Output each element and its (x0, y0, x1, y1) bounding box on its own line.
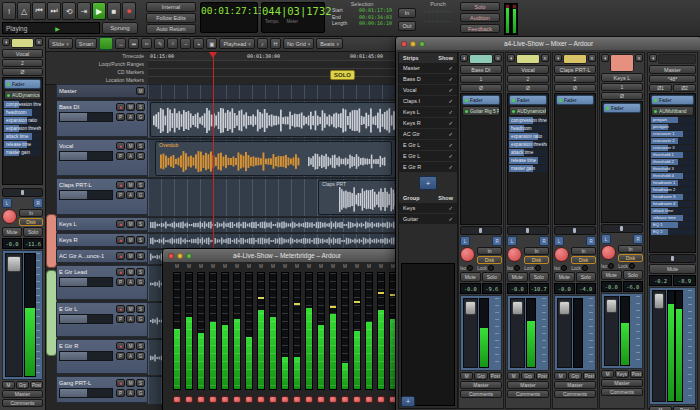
strip-color-chip[interactable] (516, 54, 540, 64)
strip-sub-button[interactable]: *48* (649, 75, 696, 83)
track-header[interactable]: Claps PRT-L M S P A G (56, 178, 148, 215)
input-left-button[interactable]: L (2, 198, 12, 208)
strip-color-chip[interactable] (610, 54, 634, 72)
record-enable-button[interactable] (257, 396, 265, 403)
transport-button[interactable]: ! (2, 2, 16, 20)
metering-point-button[interactable]: M (601, 370, 614, 378)
mute-button[interactable]: Mute (649, 264, 696, 274)
monitor-input-button[interactable]: In (477, 247, 502, 255)
smart-mode-toggle[interactable]: Smart (75, 38, 98, 49)
track-name[interactable]: Master (59, 88, 135, 94)
gain-fader[interactable] (510, 298, 525, 368)
track-solo-button[interactable]: S (136, 142, 145, 150)
peak-display[interactable]: -4.0 (576, 283, 597, 294)
strip-color-chip[interactable] (469, 54, 493, 64)
input-left-button[interactable]: L (554, 236, 564, 246)
plugin-param-control[interactable]: compression threshold (509, 117, 547, 124)
gain-fader[interactable] (5, 253, 23, 377)
ruler-row-label[interactable]: CD Markers (46, 68, 148, 76)
solo-iso-label[interactable]: Iso (601, 264, 607, 269)
track-mute-button[interactable]: M (126, 379, 135, 387)
gain-display[interactable]: -0.0 (2, 238, 22, 249)
track-record-button[interactable] (116, 305, 125, 313)
solo-iso-label[interactable]: Iso (554, 266, 560, 271)
plugin-processor[interactable]: Guitar Rig 5 FX (462, 106, 500, 116)
mute-button[interactable]: Mute (2, 227, 22, 237)
phase-button[interactable]: Ø (507, 84, 549, 92)
track-lane[interactable]: Overdub (148, 139, 410, 177)
metering-point-button[interactable]: M (507, 372, 520, 380)
fader-processor[interactable]: Fader (4, 79, 41, 89)
transport-button[interactable]: ⇥ (77, 2, 91, 20)
pan-control[interactable] (649, 254, 696, 263)
track-header[interactable]: Master M (56, 84, 148, 98)
ruler-row-label[interactable]: Location Markers (46, 76, 148, 84)
strip-color-chip[interactable] (563, 54, 587, 64)
record-enable-button[interactable] (2, 209, 17, 224)
track-group-button[interactable]: G (136, 389, 145, 397)
solo-lock-label[interactable]: Lock (571, 266, 581, 271)
solo-button[interactable]: Solo (23, 227, 43, 237)
track-header[interactable]: AC Gtr A...uncs-1 M S (56, 249, 148, 263)
phase-2-button[interactable]: Ø2 (673, 84, 696, 92)
record-enable-button[interactable] (305, 396, 313, 403)
mute-button[interactable]: Mute (460, 272, 481, 282)
track-solo-button[interactable]: S (136, 181, 145, 189)
track-group-button[interactable]: G (136, 152, 145, 160)
strip-visible-check[interactable]: ✓ (448, 87, 453, 93)
solo-iso-label[interactable]: Iso (507, 266, 513, 271)
monitor-disk-button[interactable]: Disk (571, 256, 596, 264)
strip-list-row[interactable]: Master ✓ (399, 63, 457, 74)
monitor-disk-button[interactable]: Disk (19, 218, 43, 226)
strip-input-button[interactable]: 2 (507, 75, 549, 83)
peak-display[interactable]: -8.9 (673, 275, 696, 286)
track-group-button[interactable]: G (136, 315, 145, 323)
add-group-button[interactable]: + (401, 396, 415, 407)
track-header[interactable]: Vocal M S P A G (56, 139, 148, 176)
audio-region[interactable]: Overdub (155, 141, 392, 176)
track-header[interactable]: E Gtr R M S P A G (56, 339, 148, 374)
plugin-processor[interactable]: AUDynamicsPro (4, 90, 41, 100)
monitor-disk-button[interactable]: Disk (618, 254, 643, 262)
record-enable-button[interactable] (507, 247, 522, 262)
plugin-param-control[interactable]: compression threshold (4, 101, 41, 108)
track-automation-button[interactable]: A (126, 352, 135, 360)
track-mute-button[interactable]: M (126, 236, 135, 244)
record-enable-button[interactable] (353, 396, 361, 403)
plugin-param-control[interactable]: expansion threshold (509, 141, 547, 148)
track-gain-fader[interactable] (59, 151, 113, 161)
track-record-button[interactable] (116, 142, 125, 150)
track-header[interactable]: Gang PRT-L M S P A G (56, 376, 148, 403)
narrow-strip-button[interactable]: ⏴ (554, 54, 562, 62)
plugin-param-control[interactable]: threshold 2 (651, 159, 694, 165)
track-header[interactable]: Keys R M S (56, 233, 148, 247)
zoom-window-button[interactable] (186, 253, 192, 259)
track-record-button[interactable] (116, 103, 125, 111)
comments-button[interactable]: Comments (601, 388, 643, 396)
gain-display[interactable]: -0.2 (649, 275, 672, 286)
punch-in-button[interactable]: In (398, 8, 416, 18)
meter-position-button[interactable]: Post (630, 370, 643, 378)
transport-button[interactable]: ● (122, 2, 136, 20)
strip-name-button[interactable]: Vocal (507, 65, 549, 74)
group-list-row[interactable]: Keys ✓ (399, 203, 457, 214)
strip-visible-check[interactable]: ✓ (448, 142, 453, 148)
peak-display[interactable]: -9.6 (482, 283, 503, 294)
strip-list-row[interactable]: Keys R ✓ (399, 118, 457, 129)
pan-control[interactable] (601, 224, 643, 233)
zoom-button[interactable]: − (180, 38, 191, 49)
track-mute-button[interactable]: M (126, 103, 135, 111)
edit-tool-button[interactable]: ⇹ (128, 38, 139, 49)
processor-box[interactable]: Fader (554, 93, 596, 225)
track-lane[interactable] (148, 233, 410, 248)
track-group-button[interactable]: G (136, 113, 145, 121)
strip-list-row[interactable]: AC Gtr ✓ (399, 129, 457, 140)
track-solo-button[interactable]: S (136, 220, 145, 228)
solo-button[interactable]: Solo (576, 272, 597, 282)
track-record-button[interactable] (116, 220, 125, 228)
track-header[interactable]: E Gtr L M S P A G (56, 302, 148, 337)
strip-input-button[interactable]: 1 (601, 83, 643, 91)
gain-fader[interactable] (557, 298, 572, 368)
track-group-button[interactable]: G (136, 352, 145, 360)
bbt-clock[interactable]: 044|03|1732 Tempo Meter (261, 2, 325, 33)
